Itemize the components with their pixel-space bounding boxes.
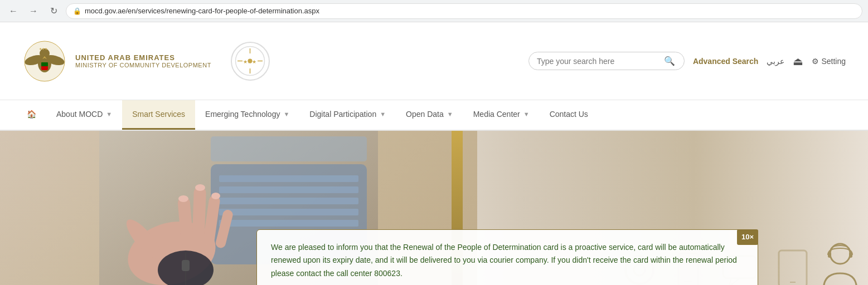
nav-arrow-open-data: ▼ [447, 111, 453, 117]
nav-item-media-center[interactable]: Media Center ▼ [463, 100, 540, 130]
back-button[interactable]: ← [6, 3, 21, 19]
browser-chrome: ← → ↻ 🔒 mocd.gov.ae/en/services/renewing… [0, 0, 868, 22]
quality-logo: ★★★ [231, 42, 270, 81]
search-box[interactable]: 🔍 [528, 52, 685, 70]
nav-label-media-center: Media Center [473, 110, 520, 119]
lock-icon: 🔒 [73, 7, 81, 15]
hero-section: 10× We are pleased to inform you that th… [0, 131, 868, 285]
refresh-button[interactable]: ↻ [46, 3, 61, 19]
address-bar[interactable]: 🔒 mocd.gov.ae/en/services/renewing-card-… [66, 3, 862, 19]
svg-point-33 [178, 195, 188, 202]
nav-arrow-emerging-technology: ▼ [283, 111, 289, 117]
gear-icon: ⚙ [812, 57, 819, 66]
nav-label-emerging-technology: Emerging Technology [205, 110, 280, 119]
svg-rect-7 [41, 62, 48, 66]
svg-rect-19 [219, 186, 358, 193]
nav-label-about-mocd: About MOCD [56, 110, 103, 119]
search-icon[interactable]: 🔍 [664, 56, 675, 66]
nav-item-about-mocd[interactable]: About MOCD ▼ [46, 100, 122, 130]
nav-item-digital-participation[interactable]: Digital Participation ▼ [299, 100, 396, 130]
forward-button[interactable]: → [26, 3, 41, 19]
header-right: 🔍 Advanced Search عربي ⏏ ⚙ Setting [528, 52, 846, 70]
nav-label-open-data: Open Data [406, 110, 444, 119]
settings-label: Setting [821, 57, 846, 66]
svg-rect-32 [182, 260, 190, 271]
org-line2: MINISTRY OF COMMUNITY DEVELOPMENT [75, 62, 211, 68]
svg-text:★★★: ★★★ [243, 59, 256, 65]
svg-point-34 [195, 184, 205, 191]
arabic-language-toggle[interactable]: عربي [767, 57, 784, 66]
svg-rect-20 [219, 198, 358, 204]
star-emblem-svg: ★★★ [235, 46, 265, 76]
nav-item-emerging-technology[interactable]: Emerging Technology ▼ [195, 100, 299, 130]
support-agent-icon [818, 240, 862, 285]
nav-arrow-media-center: ▼ [523, 111, 530, 117]
search-input[interactable] [537, 57, 660, 66]
info-box: 10× We are pleased to inform you that th… [256, 229, 758, 285]
settings-link[interactable]: ⚙ Setting [812, 57, 846, 66]
nav-item-open-data[interactable]: Open Data ▼ [396, 100, 463, 130]
nav-label-contact-us: Contact Us [550, 110, 588, 119]
svg-text:★★★: ★★★ [39, 47, 47, 51]
logo-text: UNITED ARAB EMIRATES MINISTRY OF COMMUNI… [75, 53, 211, 68]
advanced-search-link[interactable]: Advanced Search [693, 57, 759, 66]
site-header: ★★★ UNITED ARAB EMIRATES MINISTRY OF COM… [0, 22, 868, 100]
nav-arrow-digital-participation: ▼ [380, 111, 386, 117]
nav-item-contact-us[interactable]: Contact Us [540, 100, 598, 130]
svg-point-35 [211, 193, 220, 199]
main-nav: 🏠 About MOCD ▼ Smart Services Emerging T… [0, 100, 868, 131]
nav-label-digital-participation: Digital Participation [309, 110, 376, 119]
svg-rect-18 [219, 175, 358, 182]
nav-arrow-about-mocd: ▼ [106, 111, 112, 117]
badge-10x: 10× [737, 229, 758, 245]
org-line1: UNITED ARAB EMIRATES [75, 53, 211, 62]
nav-item-smart-services[interactable]: Smart Services [122, 100, 195, 130]
url-text: mocd.gov.ae/en/services/renewing-card-fo… [85, 7, 319, 15]
logo-section: ★★★ UNITED ARAB EMIRATES MINISTRY OF COM… [22, 39, 270, 83]
svg-rect-42 [779, 250, 807, 285]
uae-eagle-emblem: ★★★ [22, 39, 67, 83]
info-message: We are pleased to inform you that the Re… [271, 241, 744, 281]
nav-home[interactable]: 🏠 [17, 100, 46, 130]
nav-items: 🏠 About MOCD ▼ Smart Services Emerging T… [0, 100, 868, 130]
svg-rect-23 [211, 136, 367, 161]
svg-rect-22 [219, 220, 358, 227]
accessibility-icon[interactable]: ⏏ [793, 55, 803, 68]
svg-rect-21 [219, 209, 358, 215]
nav-label-smart-services: Smart Services [132, 110, 185, 119]
